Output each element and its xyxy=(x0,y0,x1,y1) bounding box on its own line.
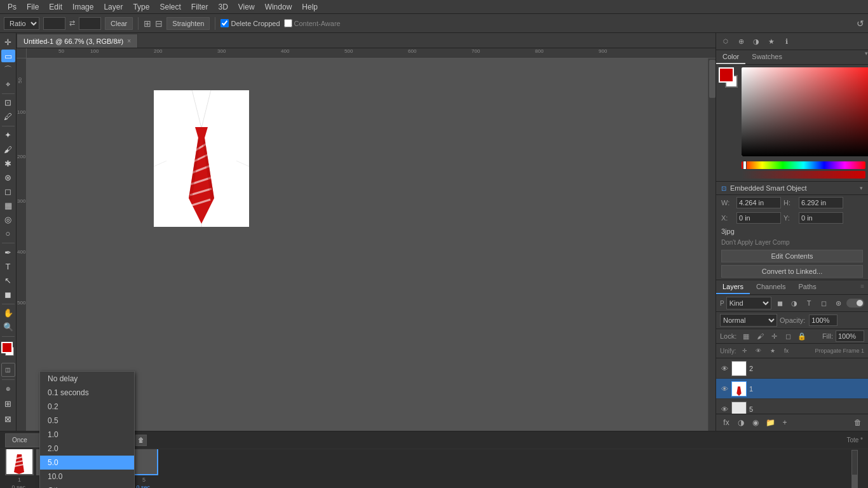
delay-no-delay[interactable]: No delay xyxy=(40,372,134,386)
straighten-button[interactable]: Straighten xyxy=(166,17,210,30)
frame-5-delay[interactable]: 0 sec. xyxy=(136,484,151,488)
menu-ps[interactable]: Ps xyxy=(3,0,22,14)
ratio-w-input[interactable] xyxy=(43,17,65,30)
add-mask-btn[interactable]: ◑ xyxy=(735,416,747,429)
fg-color-box[interactable] xyxy=(719,67,734,83)
adjustment-icon-btn[interactable]: ⊕ xyxy=(734,34,748,48)
delay-05[interactable]: 0.5 xyxy=(40,414,134,428)
tool-eyedropper[interactable]: 🖊 xyxy=(1,111,15,123)
menu-view[interactable]: View xyxy=(233,0,260,14)
tool-eraser[interactable]: ◻ xyxy=(1,185,15,198)
foreground-color[interactable] xyxy=(1,342,13,353)
menu-filter[interactable]: Filter xyxy=(186,0,214,14)
clear-button[interactable]: Clear xyxy=(105,17,133,30)
layer-item-2[interactable]: 👁 2 xyxy=(716,358,868,379)
layer-item-1[interactable]: 👁 1 xyxy=(716,379,868,399)
tool-clone[interactable]: ✱ xyxy=(1,157,15,170)
delete-layer-btn[interactable]: 🗑 xyxy=(851,416,864,429)
menu-select[interactable]: Select xyxy=(154,0,186,14)
tool-pen[interactable]: ✒ xyxy=(1,246,15,259)
filter-kind-select[interactable]: Kind xyxy=(726,297,771,309)
menu-type[interactable]: Type xyxy=(128,0,154,14)
unify-fx-btn[interactable]: fx xyxy=(781,345,792,356)
layer-eye-1[interactable]: 👁 xyxy=(720,384,729,393)
menu-edit[interactable]: Edit xyxy=(44,0,67,14)
properties-collapse[interactable]: ▾ xyxy=(860,185,863,191)
unify-visibility-btn[interactable]: 👁 xyxy=(753,345,764,356)
delay-02[interactable]: 0.2 xyxy=(40,400,134,414)
tool-crop[interactable]: ⊡ xyxy=(1,97,15,109)
edit-contents-button[interactable]: Edit Contents xyxy=(721,250,863,262)
tool-healing[interactable]: ✦ xyxy=(1,129,15,142)
channels-tab[interactable]: Channels xyxy=(750,280,792,294)
delay-20[interactable]: 2.0 xyxy=(40,442,134,456)
menu-window[interactable]: Window xyxy=(260,0,297,14)
alpha-bar[interactable] xyxy=(742,171,865,179)
tool-select-rect[interactable]: ▭ xyxy=(1,50,15,62)
tool-blur[interactable]: ◎ xyxy=(1,214,15,226)
document-tab[interactable]: Untitled-1 @ 66.7% (3, RGB/8#) × xyxy=(17,34,138,48)
filter-type-btn[interactable]: T xyxy=(803,297,815,309)
lock-all-btn[interactable]: 🔒 xyxy=(796,330,808,342)
filter-shape-btn[interactable]: ◻ xyxy=(817,297,830,309)
ratio-select[interactable]: Ratio xyxy=(4,17,39,30)
tool-extra-2[interactable]: ⊠ xyxy=(1,412,15,426)
lock-artboard-btn[interactable]: ◻ xyxy=(782,330,794,342)
info-icon-btn[interactable]: ℹ xyxy=(780,34,794,48)
unify-style-btn[interactable]: ★ xyxy=(767,345,778,356)
layers-tab[interactable]: Layers xyxy=(716,280,750,294)
tool-history-brush[interactable]: ⊛ xyxy=(1,171,15,184)
filmstrip-scrollbar[interactable] xyxy=(851,450,858,488)
delete-frame-btn[interactable]: 🗑 xyxy=(135,435,147,446)
delay-100[interactable]: 10.0 xyxy=(40,470,134,484)
appearance-icon-btn[interactable]: ⬡ xyxy=(719,34,733,48)
lock-position-btn[interactable]: ✛ xyxy=(768,330,780,342)
filter-pixel-btn[interactable]: ◼ xyxy=(773,297,786,309)
mask-icon-btn[interactable]: ◑ xyxy=(749,34,763,48)
menu-file[interactable]: File xyxy=(22,0,44,14)
tool-quick-select[interactable]: ⌖ xyxy=(1,78,15,90)
swatches-tab[interactable]: Swatches xyxy=(745,50,789,64)
vscroll-thumb[interactable] xyxy=(709,60,715,98)
frame-1-delay[interactable]: 0 sec. xyxy=(11,484,27,488)
layer-eye-2[interactable]: 👁 xyxy=(720,364,729,373)
delay-other[interactable]: Other... xyxy=(40,484,134,488)
frame-item-1[interactable]: 1 0 sec. xyxy=(5,449,34,488)
menu-help[interactable]: Help xyxy=(297,0,323,14)
tool-path-select[interactable]: ↖ xyxy=(1,274,15,287)
hue-bar[interactable] xyxy=(742,161,865,169)
screen-mode-btn[interactable]: ⊕ xyxy=(1,383,15,395)
opacity-input[interactable] xyxy=(809,315,837,326)
layer-item-5[interactable]: 👁 5 xyxy=(716,399,868,414)
layer-eye-5[interactable]: 👁 xyxy=(720,405,729,414)
new-layer-btn[interactable]: + xyxy=(778,416,791,429)
convert-linked-button[interactable]: Convert to Linked... xyxy=(721,265,863,278)
tool-gradient[interactable]: ▦ xyxy=(1,200,15,212)
delete-cropped-checkbox[interactable] xyxy=(220,19,229,27)
content-aware-checkbox[interactable] xyxy=(284,19,292,27)
tool-extra-1[interactable]: ⊞ xyxy=(1,396,15,410)
style-icon-btn[interactable]: ★ xyxy=(764,34,778,48)
tool-brush[interactable]: 🖌 xyxy=(1,143,15,156)
blend-mode-select[interactable]: Normal xyxy=(720,314,777,327)
prop-h-input[interactable] xyxy=(799,197,843,208)
quick-mask-btn[interactable]: ◫ xyxy=(1,363,15,377)
menu-image[interactable]: Image xyxy=(67,0,98,14)
group-layers-btn[interactable]: 📁 xyxy=(764,416,776,429)
filter-adjust-btn[interactable]: ◑ xyxy=(788,297,801,309)
filter-toggle[interactable] xyxy=(846,299,864,308)
prop-x-input[interactable] xyxy=(736,212,781,224)
menu-3d[interactable]: 3D xyxy=(213,0,233,14)
delay-01-seconds[interactable]: 0.1 seconds xyxy=(40,386,134,400)
delay-50[interactable]: 5.0 xyxy=(40,456,134,470)
unify-position-btn[interactable]: ✛ xyxy=(739,345,750,356)
filter-smart-btn[interactable]: ⊛ xyxy=(832,297,844,309)
color-tab[interactable]: Color xyxy=(716,50,745,64)
color-panel-collapse[interactable]: ▾ xyxy=(865,50,868,64)
ratio-h-input[interactable] xyxy=(79,17,101,30)
tool-text[interactable]: T xyxy=(1,260,15,273)
tool-dodge[interactable]: ○ xyxy=(1,227,15,240)
tool-shape[interactable]: ◼ xyxy=(1,288,15,301)
color-spectrum[interactable] xyxy=(742,67,868,156)
tab-close-btn[interactable]: × xyxy=(127,38,131,44)
